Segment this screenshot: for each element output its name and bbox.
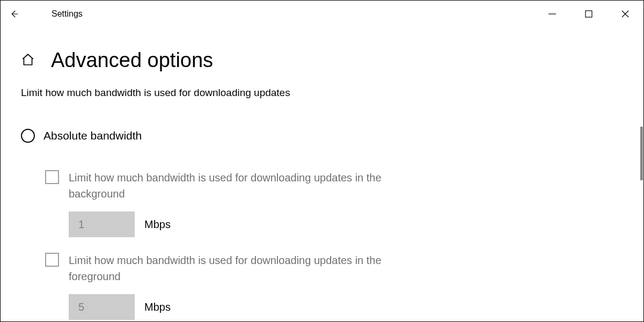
unit-label-foreground: Mbps bbox=[144, 301, 171, 313]
content-area: Advanced options Limit how much bandwidt… bbox=[1, 49, 643, 320]
unit-label-background: Mbps bbox=[144, 218, 171, 231]
minimize-button[interactable] bbox=[534, 1, 570, 27]
titlebar: Settings bbox=[1, 1, 643, 27]
minimize-icon bbox=[548, 10, 556, 18]
page-heading: Advanced options bbox=[21, 49, 623, 72]
home-icon[interactable] bbox=[21, 53, 35, 69]
radio-absolute-bandwidth[interactable]: Absolute bandwidth bbox=[21, 129, 623, 143]
close-icon bbox=[621, 10, 629, 18]
maximize-button[interactable] bbox=[570, 1, 607, 27]
radio-icon bbox=[21, 129, 35, 143]
input-row-foreground: Mbps bbox=[69, 294, 623, 320]
maximize-icon bbox=[585, 10, 592, 18]
checkbox-label-foreground: Limit how much bandwidth is used for dow… bbox=[69, 252, 434, 284]
checkbox-icon bbox=[45, 253, 59, 267]
back-button[interactable] bbox=[1, 1, 27, 27]
checkbox-background-limit[interactable]: Limit how much bandwidth is used for dow… bbox=[45, 170, 623, 202]
sub-options: Limit how much bandwidth is used for dow… bbox=[45, 170, 623, 320]
radio-label: Absolute bandwidth bbox=[43, 129, 142, 142]
page-title: Advanced options bbox=[51, 49, 213, 72]
close-button[interactable] bbox=[607, 1, 643, 27]
section-description: Limit how much bandwidth is used for dow… bbox=[21, 87, 623, 99]
window-controls bbox=[534, 1, 643, 27]
scrollbar-thumb[interactable] bbox=[640, 127, 643, 180]
svg-rect-1 bbox=[586, 11, 592, 17]
input-row-background: Mbps bbox=[69, 211, 623, 237]
checkbox-foreground-limit[interactable]: Limit how much bandwidth is used for dow… bbox=[45, 252, 623, 284]
checkbox-icon bbox=[45, 170, 59, 184]
back-arrow-icon bbox=[9, 9, 19, 19]
window-title: Settings bbox=[52, 9, 83, 19]
background-bandwidth-input[interactable] bbox=[69, 211, 135, 237]
foreground-bandwidth-input[interactable] bbox=[69, 294, 135, 320]
checkbox-label-background: Limit how much bandwidth is used for dow… bbox=[69, 170, 434, 202]
